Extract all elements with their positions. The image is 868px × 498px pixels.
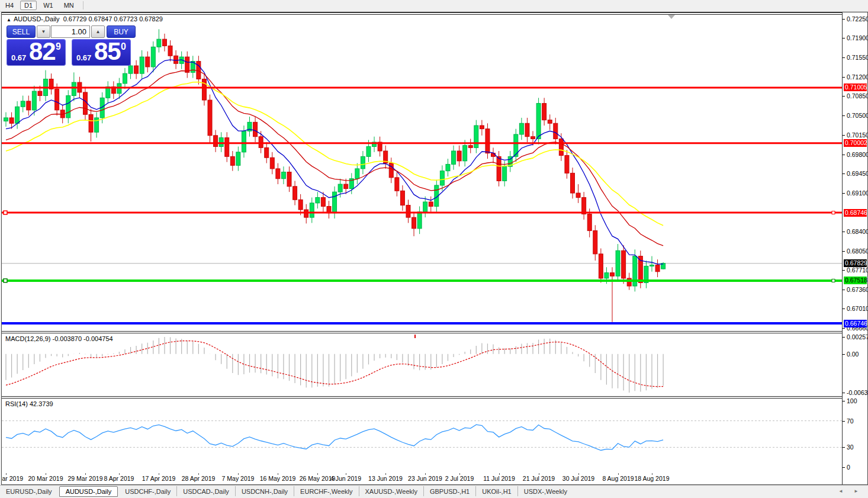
timeframe-button-h4[interactable]: H4 — [1, 1, 18, 10]
date-tick-label: 4 Jun 2019 — [330, 475, 361, 482]
axis-tick-mark — [843, 38, 845, 38]
price-tick-label: 0.69450 — [847, 170, 868, 177]
current-price-label: 0.67829 — [844, 259, 867, 267]
date-tick-label: 11 Mar 2019 — [1, 475, 23, 482]
chart-window: ▲AUDUSD-,Daily 0.67729 0.67847 0.67723 0… — [1, 12, 868, 485]
axis-tick-mark — [843, 447, 845, 448]
price-tick-label: 0.71550 — [847, 54, 868, 61]
macd-tick-label: -0.006326 — [847, 389, 868, 396]
price-tick-label: 0.68050 — [847, 248, 868, 255]
date-tick-label: 8 Aug 2019 — [602, 475, 634, 482]
chart-tab-ukoil-h1[interactable]: UKOil-,H1 — [475, 486, 517, 496]
hline-price-label: 0.67518 — [844, 277, 867, 284]
rsi-tick-label: 30 — [847, 444, 854, 451]
price-tick-label: 0.69800 — [847, 151, 868, 158]
date-tick-label: 20 Mar 2019 — [28, 475, 63, 482]
axis-tick-mark — [843, 354, 845, 355]
sell-price-big: 82 — [29, 37, 56, 66]
chart-tab-xauusd-weekly[interactable]: XAUUSD-,Weekly — [359, 486, 423, 496]
macd-indicator-label: MACD(12,26,9) -0.003870 -0.004754 — [5, 335, 113, 342]
axis-tick-mark — [843, 290, 845, 290]
buy-price-box[interactable]: 0.67 85 0 — [72, 39, 131, 66]
chart-tab-usdchf-daily[interactable]: USDCHF-,Daily — [119, 486, 176, 496]
axis-tick-mark — [843, 251, 845, 252]
axis-tick-mark — [843, 174, 845, 174]
hline-price-label: 0.68746 — [844, 209, 867, 217]
buy-price-sup: 0 — [121, 41, 126, 52]
timeframe-toolbar: H4D1W1MN — [0, 0, 868, 12]
price-tick-label: 0.70150 — [847, 131, 868, 139]
chart-tab-gbpusd-h1[interactable]: GBPUSD-,H1 — [423, 486, 475, 496]
price-tick-label: 0.67710 — [847, 266, 868, 274]
rsi-tick-label: 0 — [847, 464, 850, 471]
date-tick-label: 23 Jun 2019 — [408, 475, 442, 482]
timeframe-button-mn[interactable]: MN — [60, 1, 78, 10]
chart-tab-bar: EURUSD-,DailyAUDUSD-,DailyUSDCHF-,DailyU… — [0, 485, 868, 498]
axis-tick-mark — [843, 193, 845, 194]
date-tick-label: 8 Apr 2019 — [104, 475, 134, 482]
axis-tick-mark — [843, 115, 845, 116]
date-tick-label: 28 Apr 2019 — [182, 475, 216, 482]
volume-increase-button[interactable]: ▲ — [91, 25, 105, 38]
axis-tick-mark — [843, 401, 845, 401]
sell-price-small: 0.67 — [11, 53, 26, 62]
price-tick-label: 0.70850 — [847, 92, 868, 99]
volume-decrease-button[interactable]: ▼ — [37, 25, 50, 38]
date-tick-label: 30 Jul 2019 — [562, 475, 594, 482]
chart-tab-eurusd-daily[interactable]: EURUSD-,Daily — [0, 486, 58, 496]
timeframe-button-w1[interactable]: W1 — [39, 1, 57, 10]
chart-tab-audusd-daily[interactable]: AUDUSD-,Daily — [59, 486, 118, 497]
sell-button[interactable]: SELL — [7, 25, 36, 38]
tab-scroll-arrows[interactable]: ◄ ► — [838, 489, 863, 494]
axis-tick-mark — [843, 270, 845, 271]
hline-price-label: 0.66746 — [844, 320, 867, 327]
price-tick-label: 0.67010 — [847, 305, 868, 312]
price-tick-label: 0.68400 — [847, 228, 868, 235]
macd-tick-label: 0.00 — [847, 351, 859, 358]
date-tick-label: 7 May 2019 — [222, 475, 255, 482]
date-tick-label: 13 Jun 2019 — [368, 475, 403, 482]
chart-tab-usdx-weekly[interactable]: USDX-,Weekly — [517, 486, 573, 496]
panel-splitter[interactable] — [2, 12, 842, 15]
axis-tick-mark — [843, 393, 845, 393]
rsi-chart-canvas[interactable] — [2, 399, 842, 473]
chart-tab-usdcad-daily[interactable]: USDCAD-,Daily — [176, 486, 235, 496]
chart-tab-eurchf-weekly[interactable]: EURCHF-,Weekly — [294, 486, 358, 496]
sell-price-box[interactable]: 0.67 82 9 — [7, 39, 66, 66]
axis-tick-mark — [843, 77, 845, 78]
price-tick-label: 0.71900 — [847, 34, 868, 41]
macd-chart-canvas[interactable] — [2, 333, 842, 396]
price-tick-label: 0.72250 — [847, 15, 868, 23]
axis-tick-mark — [843, 135, 845, 136]
date-tick-label: 17 Apr 2019 — [142, 475, 176, 482]
axis-tick-mark — [843, 155, 845, 155]
price-tick-label: 0.69100 — [847, 189, 868, 197]
chart-symbol-header: ▲AUDUSD-,Daily 0.67729 0.67847 0.67723 0… — [7, 15, 163, 23]
date-tick-label: 18 Aug 2019 — [635, 475, 670, 482]
toolbar-divider — [83, 1, 83, 9]
timeframe-button-d1[interactable]: D1 — [20, 1, 37, 10]
axis-tick-mark — [843, 467, 845, 468]
axis-tick-mark — [843, 309, 845, 309]
hline-price-label: 0.70002 — [844, 139, 867, 147]
axis-tick-mark — [843, 328, 845, 329]
buy-button[interactable]: BUY — [107, 25, 136, 38]
price-tick-label: 0.71200 — [847, 73, 868, 81]
price-tick-label: 0.70500 — [847, 112, 868, 119]
collapse-triangle-icon[interactable]: ▲ — [7, 17, 11, 23]
axis-tick-mark — [843, 232, 845, 232]
date-tick-label: 11 Jul 2019 — [483, 475, 515, 482]
volume-input[interactable] — [51, 25, 90, 38]
date-tick-label: 29 Mar 2019 — [68, 475, 103, 482]
date-tick-label: 2 Jul 2019 — [445, 475, 474, 482]
axis-tick-mark — [843, 96, 845, 97]
rsi-tick-label: 100 — [847, 397, 857, 404]
date-axis: 11 Mar 201920 Mar 201929 Mar 20198 Apr 2… — [2, 473, 842, 484]
date-tick-label: 21 Jul 2019 — [523, 475, 555, 482]
axis-tick-mark — [843, 337, 845, 338]
axis-tick-mark — [843, 57, 845, 58]
macd-tick-label: 0.002574 — [847, 333, 868, 340]
chart-shift-marker-icon[interactable] — [668, 15, 675, 19]
chart-tab-usdcnh-daily[interactable]: USDCNH-,Daily — [235, 486, 294, 496]
sell-price-sup: 9 — [56, 41, 61, 52]
